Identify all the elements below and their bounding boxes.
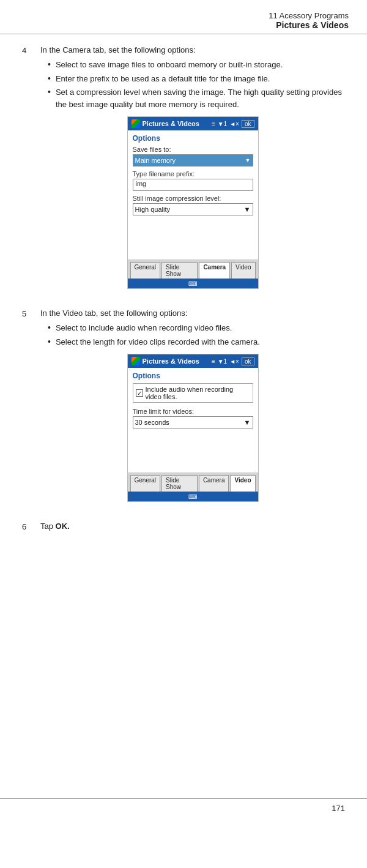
panel-spacer-step4	[133, 219, 253, 256]
titlebar-step4: Pictures & Videos ≡ ▼1 ◄× ok	[128, 117, 258, 130]
titlebar-title-step5: Pictures & Videos	[143, 357, 199, 365]
step-4-body: In the Camera tab, set the following opt…	[40, 45, 345, 297]
options-title-step4: Options	[133, 134, 253, 143]
titlebar-title: Pictures & Videos	[143, 120, 199, 127]
volume-icon-step5: ◄×	[229, 358, 239, 365]
tab-camera-step4[interactable]: Camera	[199, 262, 230, 279]
titlebar-left-step5: Pictures & Videos	[132, 357, 199, 365]
windows-logo-icon-step5	[132, 357, 140, 365]
keyboard-icon-step5: ⌨	[188, 493, 197, 500]
time-limit-value: 30 seconds	[135, 419, 169, 426]
step-6-text: Tap	[40, 522, 56, 531]
step-6-number: 6	[22, 522, 40, 531]
page-number: 171	[332, 804, 345, 813]
section-title: Pictures & Videos	[18, 20, 349, 30]
options-panel-step5: Options ✓ Include audio when recording v…	[128, 368, 258, 473]
ok-button-step4[interactable]: ok	[242, 120, 254, 128]
step-4: 4 In the Camera tab, set the following o…	[22, 45, 345, 297]
step-5-number: 5	[22, 309, 40, 318]
chapter-title: 11 Acessory Programs	[18, 11, 349, 20]
windows-logo-icon	[132, 119, 140, 128]
ok-button-step5[interactable]: ok	[242, 357, 254, 365]
main-content: 4 In the Camera tab, set the following o…	[0, 45, 367, 531]
bullet-4-1: Select to save image files to onboard me…	[48, 59, 345, 71]
bullet-5-2: Select the length for video clips record…	[48, 336, 345, 348]
tab-slideshow-step5[interactable]: Slide Show	[161, 475, 198, 492]
radio-icon: ▼1	[218, 121, 227, 127]
save-files-select[interactable]: Main memory ▼	[133, 154, 253, 166]
tab-video-step5[interactable]: Video	[230, 475, 255, 492]
radio-icon-step5: ▼1	[218, 358, 227, 365]
tab-video-step4[interactable]: Video	[231, 262, 255, 279]
filename-prefix-label: Type filename prefix:	[133, 170, 253, 178]
step-6-bold: OK.	[56, 522, 70, 531]
step-6-body: Tap OK.	[40, 522, 345, 531]
options-panel-step4: Options Save files to: Main memory ▼ Typ…	[128, 130, 258, 260]
signal-icon-step5: ≡	[212, 358, 215, 365]
screenshot-step5: Pictures & Videos ≡ ▼1 ◄× ok Options ✓ I…	[127, 354, 259, 502]
bottom-bar-step5: ⌨	[128, 492, 258, 501]
compression-arrow: ▼	[244, 206, 251, 213]
tab-slideshow-step4[interactable]: Slide Show	[161, 262, 198, 279]
compression-label: Still image compression level:	[133, 195, 253, 202]
panel-spacer-step5	[133, 432, 253, 469]
step-4-bullets: Select to save image files to onboard me…	[48, 59, 345, 110]
titlebar-step5: Pictures & Videos ≡ ▼1 ◄× ok	[128, 354, 258, 368]
tab-camera-step5[interactable]: Camera	[199, 475, 229, 492]
save-files-label: Save files to:	[133, 146, 253, 153]
step-4-desc: In the Camera tab, set the following opt…	[40, 45, 345, 54]
step-5: 5 In the Video tab, set the following op…	[22, 309, 345, 511]
bullet-5-1: Select to include audio when recording v…	[48, 322, 345, 334]
page-footer: 171	[0, 798, 367, 813]
compression-select[interactable]: High quality ▼	[133, 203, 253, 215]
save-files-value: Main memory	[135, 157, 176, 164]
bullet-4-2: Enter the prefix to be used as a default…	[48, 73, 345, 85]
save-files-arrow: ▼	[245, 157, 251, 163]
step-5-body: In the Video tab, set the following opti…	[40, 309, 345, 511]
bullet-4-3: Set a compression level when saving the …	[48, 86, 345, 110]
titlebar-left: Pictures & Videos	[132, 119, 199, 128]
tab-bar-step4: General Slide Show Camera Video	[128, 260, 258, 279]
time-limit-label: Time limit for videos:	[133, 408, 253, 415]
step-6: 6 Tap OK.	[22, 522, 345, 531]
options-title-step5: Options	[133, 372, 253, 380]
step-5-desc: In the Video tab, set the following opti…	[40, 309, 345, 318]
filename-prefix-input[interactable]: img	[133, 179, 253, 191]
tab-bar-step5: General Slide Show Camera Video	[128, 473, 258, 492]
step-4-number: 4	[22, 45, 40, 55]
volume-icon: ◄×	[229, 121, 239, 127]
audio-checkbox-row[interactable]: ✓ Include audio when recording video fil…	[133, 383, 253, 403]
step-5-bullets: Select to include audio when recording v…	[48, 322, 345, 348]
titlebar-right-step5: ≡ ▼1 ◄× ok	[212, 357, 254, 365]
screenshot-step4: Pictures & Videos ≡ ▼1 ◄× ok Options Sav…	[127, 116, 259, 289]
titlebar-right: ≡ ▼1 ◄× ok	[212, 120, 254, 128]
page-header: 11 Acessory Programs Pictures & Videos	[0, 0, 367, 34]
audio-checkbox-label: Include audio when recording video files…	[146, 386, 250, 400]
signal-icon: ≡	[212, 121, 215, 127]
audio-checkbox[interactable]: ✓	[136, 389, 143, 397]
bottom-bar-step4: ⌨	[128, 279, 258, 288]
time-limit-arrow: ▼	[244, 419, 251, 426]
keyboard-icon-step4: ⌨	[188, 280, 197, 287]
tab-general-step5[interactable]: General	[130, 475, 161, 492]
compression-value: High quality	[135, 206, 170, 213]
time-limit-select[interactable]: 30 seconds ▼	[133, 416, 253, 428]
tab-general-step4[interactable]: General	[130, 262, 161, 279]
